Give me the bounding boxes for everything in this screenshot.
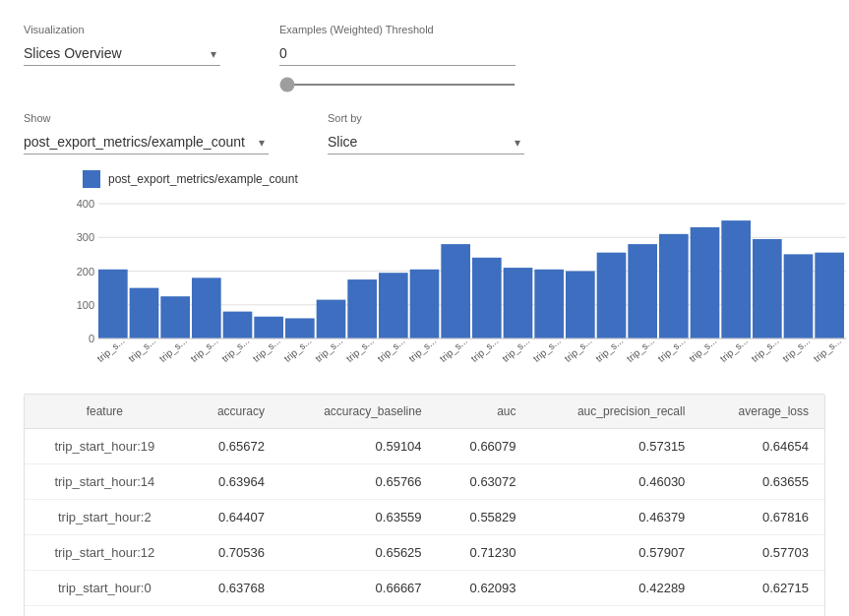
col-header-feature: feature (25, 395, 185, 429)
visualization-select-wrapper[interactable]: Slices Overview ▾ (24, 41, 220, 66)
svg-text:trip_s...: trip_s... (251, 336, 282, 365)
svg-text:trip_s...: trip_s... (687, 336, 718, 365)
svg-text:trip_s...: trip_s... (157, 336, 189, 365)
controls-top: Visualization Slices Overview ▾ Examples… (24, 16, 825, 89)
svg-text:trip_s...: trip_s... (438, 336, 469, 365)
visualization-select[interactable]: Slices Overview (24, 41, 220, 66)
col-header-accuracy: accuracy (185, 395, 280, 429)
cell-accuracy: 0.65672 (185, 429, 280, 464)
svg-rect-40 (566, 272, 595, 339)
svg-rect-50 (721, 220, 751, 339)
threshold-input[interactable] (279, 41, 515, 66)
threshold-slider-container (279, 74, 515, 89)
svg-rect-28 (379, 273, 408, 339)
controls-bottom: Show post_export_metrics/example_count ▾… (24, 112, 825, 154)
cell-average-loss: 0.63655 (700, 464, 824, 500)
cell-feature: trip_start_hour:12 (25, 535, 185, 571)
svg-rect-32 (441, 244, 470, 339)
bar-chart: 0100200300400trip_s...trip_s...trip_s...… (63, 196, 849, 378)
svg-text:trip_s...: trip_s... (219, 336, 251, 365)
svg-text:trip_s...: trip_s... (655, 336, 687, 365)
cell-auc-precision-recall: 0.44173 (532, 606, 701, 617)
svg-text:0: 0 (89, 333, 94, 344)
svg-rect-52 (753, 239, 782, 339)
svg-rect-20 (254, 317, 283, 339)
table-row: trip_start_hour:12 0.70536 0.65625 0.712… (25, 535, 824, 571)
cell-feature: trip_start_hour:14 (25, 464, 185, 500)
svg-text:300: 300 (77, 231, 94, 243)
cell-accuracy-baseline: 0.65766 (280, 464, 438, 500)
table-header: feature accuracy accuracy_baseline auc a… (25, 395, 824, 429)
cell-accuracy-baseline: 0.63559 (280, 500, 438, 535)
show-label: Show (24, 112, 269, 124)
svg-rect-36 (504, 268, 533, 339)
threshold-label: Examples (Weighted) Threshold (279, 24, 515, 35)
svg-rect-12 (130, 288, 159, 339)
svg-text:100: 100 (77, 299, 94, 311)
data-table-container: feature accuracy accuracy_baseline auc a… (24, 394, 825, 616)
cell-auc-precision-recall: 0.46030 (532, 464, 701, 500)
svg-text:trip_s...: trip_s... (593, 336, 625, 365)
svg-text:trip_s...: trip_s... (344, 336, 376, 365)
cell-accuracy: 0.63768 (185, 571, 280, 606)
svg-rect-24 (317, 300, 346, 339)
cell-accuracy: 0.63964 (185, 464, 280, 500)
cell-feature: trip_start_hour:23 (25, 606, 185, 617)
svg-rect-18 (223, 312, 253, 339)
cell-average-loss: 0.67816 (700, 500, 824, 535)
cell-auc-precision-recall: 0.42289 (532, 571, 701, 606)
svg-text:trip_s...: trip_s... (188, 336, 219, 365)
svg-rect-48 (691, 227, 720, 339)
cell-accuracy-baseline: 0.64844 (280, 606, 438, 617)
cell-auc: 0.63072 (438, 464, 532, 500)
cell-auc-precision-recall: 0.57315 (532, 429, 701, 464)
svg-rect-16 (192, 277, 221, 339)
svg-rect-44 (628, 244, 657, 339)
svg-rect-22 (285, 318, 315, 339)
cell-average-loss: 0.64654 (700, 429, 824, 464)
show-group: Show post_export_metrics/example_count ▾ (24, 112, 269, 154)
svg-rect-14 (160, 296, 190, 339)
sort-by-group: Sort by Slice ▾ (328, 112, 524, 154)
sort-by-select-wrapper[interactable]: Slice ▾ (328, 130, 524, 154)
cell-auc: 0.66079 (438, 429, 532, 464)
table-body: trip_start_hour:19 0.65672 0.59104 0.660… (25, 429, 824, 617)
col-header-accuracy-baseline: accuracy_baseline (280, 395, 438, 429)
svg-text:trip_s...: trip_s... (313, 336, 344, 365)
cell-accuracy: 0.66016 (185, 606, 280, 617)
cell-feature: trip_start_hour:19 (25, 429, 185, 464)
svg-text:trip_s...: trip_s... (812, 336, 843, 365)
legend-color-box (83, 170, 100, 188)
svg-text:200: 200 (77, 266, 94, 277)
cell-accuracy-baseline: 0.65625 (280, 535, 438, 571)
chart-legend: post_export_metrics/example_count (83, 170, 825, 188)
cell-feature: trip_start_hour:0 (25, 571, 185, 606)
col-header-auc-precision-recall: auc_precision_recall (532, 395, 701, 429)
cell-average-loss: 0.65142 (700, 606, 824, 617)
cell-auc: 0.58337 (438, 606, 532, 617)
data-table: feature accuracy accuracy_baseline auc a… (25, 395, 824, 616)
cell-accuracy: 0.70536 (185, 535, 280, 571)
threshold-group: Examples (Weighted) Threshold (279, 24, 515, 89)
cell-accuracy-baseline: 0.66667 (280, 571, 438, 606)
show-select-wrapper[interactable]: post_export_metrics/example_count ▾ (24, 130, 269, 154)
svg-rect-26 (347, 279, 377, 339)
svg-text:trip_s...: trip_s... (749, 336, 780, 365)
col-header-auc: auc (438, 395, 532, 429)
svg-text:trip_s...: trip_s... (94, 336, 126, 365)
table-header-row: feature accuracy accuracy_baseline auc a… (25, 395, 824, 429)
svg-rect-34 (472, 258, 502, 339)
table-row: trip_start_hour:0 0.63768 0.66667 0.6209… (25, 571, 824, 606)
show-select[interactable]: post_export_metrics/example_count (24, 130, 269, 154)
col-header-average-loss: average_loss (700, 395, 824, 429)
svg-text:trip_s...: trip_s... (625, 336, 656, 365)
svg-text:trip_s...: trip_s... (531, 336, 563, 365)
sort-by-select[interactable]: Slice (328, 130, 524, 154)
cell-average-loss: 0.62715 (700, 571, 824, 606)
svg-rect-38 (534, 270, 564, 339)
svg-rect-10 (98, 270, 128, 339)
svg-text:trip_s...: trip_s... (406, 336, 438, 365)
cell-auc: 0.71230 (438, 535, 532, 571)
svg-rect-56 (815, 253, 844, 339)
threshold-slider[interactable] (279, 84, 515, 86)
